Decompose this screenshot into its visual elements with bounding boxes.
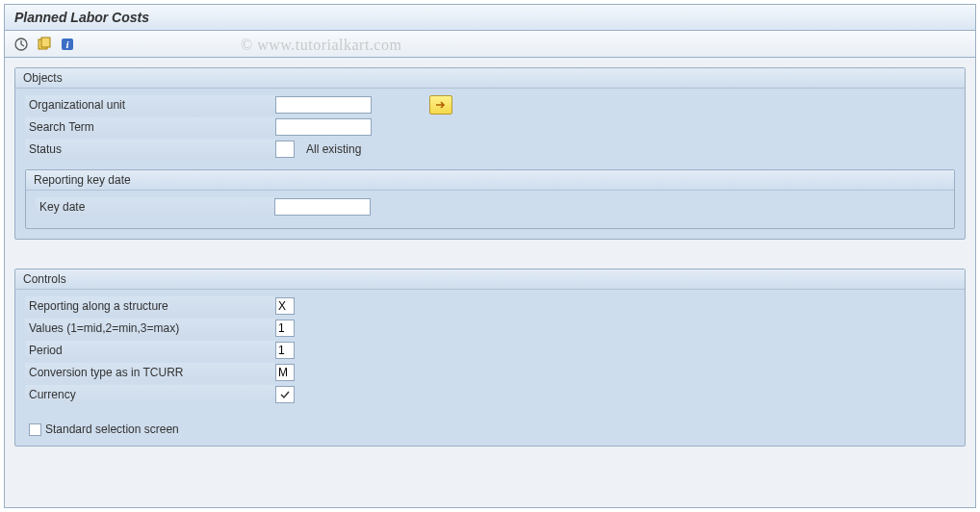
page-title: Planned Labor Costs — [5, 5, 975, 31]
reporting-structure-input[interactable] — [275, 297, 295, 315]
execute-icon[interactable] — [13, 36, 30, 53]
key-date-input[interactable] — [274, 198, 371, 216]
content-area: Objects Organizational unit Search Term … — [5, 58, 975, 466]
variant-icon[interactable] — [36, 36, 53, 53]
org-unit-input[interactable] — [275, 96, 372, 114]
reporting-key-date-group: Reporting key date Key date — [25, 169, 955, 229]
reporting-key-date-header: Reporting key date — [26, 170, 954, 191]
values-input[interactable] — [275, 320, 295, 337]
objects-header: Objects — [15, 68, 965, 89]
status-input[interactable] — [275, 141, 295, 158]
controls-group: Controls Reporting along a structure Val… — [14, 269, 966, 447]
period-input[interactable] — [275, 342, 295, 359]
search-term-input[interactable] — [275, 118, 372, 136]
std-selection-label: Standard selection screen — [45, 422, 179, 436]
controls-header: Controls — [15, 269, 965, 290]
conversion-type-label: Conversion type as in TCURR — [25, 363, 275, 382]
currency-label: Currency — [25, 385, 275, 404]
org-unit-label: Organizational unit — [25, 95, 275, 115]
status-label: Status — [25, 140, 275, 159]
status-text: All existing — [306, 142, 361, 156]
values-label: Values (1=mid,2=min,3=max) — [25, 319, 275, 338]
search-term-label: Search Term — [25, 117, 275, 137]
std-selection-row: Standard selection screen — [25, 422, 955, 436]
svg-rect-2 — [41, 38, 50, 47]
select-org-unit-button[interactable] — [429, 95, 452, 115]
period-label: Period — [25, 341, 275, 360]
key-date-label: Key date — [36, 197, 274, 217]
std-selection-checkbox[interactable] — [29, 423, 41, 436]
currency-input[interactable] — [275, 386, 295, 403]
objects-group: Objects Organizational unit Search Term … — [14, 67, 966, 240]
conversion-type-input[interactable] — [275, 364, 295, 381]
title-text: Planned Labor Costs — [14, 10, 149, 25]
info-icon[interactable]: i — [59, 36, 76, 53]
reporting-structure-label: Reporting along a structure — [25, 296, 275, 316]
toolbar: i — [5, 31, 975, 58]
